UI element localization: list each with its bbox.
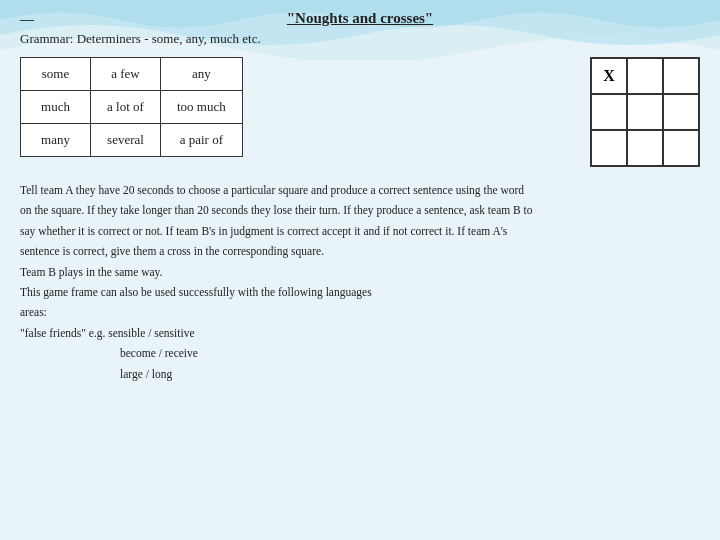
page-title: "Noughts and crosses" [287,10,433,27]
word-cell: a few [91,58,161,91]
nc-cell[interactable] [627,94,663,130]
word-cell: too much [161,91,243,124]
instruction-line: on the square. If they take longer than … [20,201,700,219]
word-cell: many [21,124,91,157]
word-grid: somea fewanymucha lot oftoo muchmanyseve… [20,57,243,157]
nc-cell[interactable] [663,58,699,94]
nc-cell[interactable] [591,130,627,166]
instruction-line: areas: [20,303,700,321]
word-cell: any [161,58,243,91]
instruction-line: This game frame can also be used success… [20,283,700,301]
word-cell: much [21,91,91,124]
nc-cell[interactable]: X [591,58,627,94]
nc-cell[interactable] [627,130,663,166]
noughts-crosses-board: X [590,57,700,167]
instructions-text: Tell team A they have 20 seconds to choo… [20,181,700,383]
instruction-line: Team B plays in the same way. [20,263,700,281]
nc-cell[interactable] [591,94,627,130]
indented-instruction-line: become / receive [120,344,700,362]
instruction-line: "false friends" e.g. sensible / sensitiv… [20,324,700,342]
nc-cell[interactable] [663,94,699,130]
instruction-line: sentence is correct, give them a cross i… [20,242,700,260]
word-cell: some [21,58,91,91]
word-cell: a pair of [161,124,243,157]
title-bar: — "Noughts and crosses" [20,10,700,27]
indented-instruction-line: large / long [120,365,700,383]
word-cell: several [91,124,161,157]
word-cell: a lot of [91,91,161,124]
instruction-line: say whether it is correct or not. If tea… [20,222,700,240]
nc-table: X [590,57,700,167]
page-subtitle: Grammar: Determiners - some, any, much e… [20,31,700,47]
minimize-icon[interactable]: — [20,12,34,28]
instruction-line: Tell team A they have 20 seconds to choo… [20,181,700,199]
nc-cell[interactable] [663,130,699,166]
page-content: — "Noughts and crosses" Grammar: Determi… [0,0,720,395]
nc-cell[interactable] [627,58,663,94]
main-area: somea fewanymucha lot oftoo muchmanyseve… [20,57,700,167]
